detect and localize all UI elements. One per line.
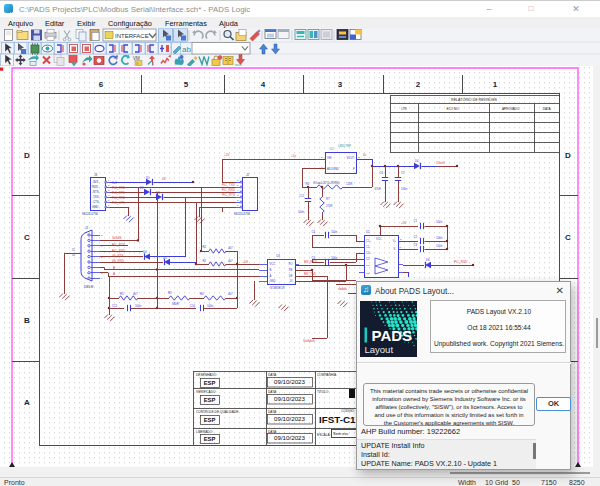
svg-text:4k7: 4k7 [133,292,138,296]
svg-text:5VxxS: 5VxxS [436,161,445,165]
svg-text:4: 4 [108,194,110,197]
svg-text:+5v: +5v [291,154,296,158]
svg-text:R3: R3 [168,291,172,295]
svg-text:R7: R7 [326,197,330,201]
svg-text:4k7: 4k7 [228,292,233,296]
svg-text:TITULO:: TITULO: [317,390,329,394]
svg-text:C1+: C1+ [366,239,371,243]
svg-text:2: 2 [237,199,239,202]
svg-text:-CTS: -CTS [92,200,99,204]
svg-text:D3: D3 [156,191,160,195]
svg-text:1: 1 [237,204,239,207]
svg-text:09/10/2023: 09/10/2023 [274,415,306,422]
svg-text:ADJ/GND: ADJ/GND [327,167,339,171]
svg-text:C5: C5 [311,256,315,260]
svg-text:C11: C11 [112,304,117,308]
svg-text:R5: R5 [120,292,124,296]
svg-text:5: 5 [101,234,103,237]
svg-text:D5: D5 [163,256,167,260]
svg-text:3atSdaS: 3atSdaS [303,339,315,343]
svg-text:D: D [565,151,571,160]
svg-text:100n: 100n [135,304,142,308]
svg-text:COMPANHIA:: COMPANHIA: [317,373,337,377]
svg-text:PiC_RTS: PiC_RTS [222,193,235,197]
svg-text:47uF: 47uF [375,187,382,191]
svg-text:D1: D1 [146,176,150,180]
svg-text:C2: C2 [413,235,417,239]
svg-text:CONTROLE DE QUALIDADE:: CONTROLE DE QUALIDADE: [196,410,239,414]
svg-text:09/10/2023: 09/10/2023 [274,395,306,402]
svg-text:-RTS: -RTS [92,190,99,194]
svg-text:DATA:: DATA: [268,390,277,394]
svg-text:120R: 120R [346,182,352,186]
svg-text:+5V: +5V [401,221,408,225]
svg-text:D: D [24,151,30,160]
svg-text:96120-0756: 96120-0756 [82,212,98,216]
svg-text:DE: DE [289,274,293,278]
svg-text:VCC: VCC [270,262,276,266]
svg-text:ECO NO.: ECO NO. [446,107,459,111]
svg-text:100n: 100n [331,256,338,260]
svg-text:4: 4 [237,189,239,192]
svg-text:J3: J3 [94,173,98,177]
svg-text:J2: J2 [246,173,250,177]
svg-text:B: B [113,266,115,270]
svg-text:1: 1 [493,80,498,89]
svg-text:ESCALA:: ESCALA: [317,433,331,437]
svg-text:V-: V- [394,247,397,251]
svg-text:VM: VM [133,56,140,61]
svg-text:680R: 680R [172,302,179,306]
svg-text:C2+: C2+ [366,251,371,255]
svg-text:ESP: ESP [204,380,216,386]
svg-text:D4: D4 [415,159,419,163]
svg-text:C10: C10 [190,304,196,308]
svg-text:VIN: VIN [327,156,332,160]
svg-text:INTERFACE: INTERFACE [115,33,149,39]
svg-text:100n: 100n [436,244,443,248]
svg-text:VOUT: VOUT [347,156,355,160]
svg-text:C6: C6 [379,171,383,175]
svg-text:4V: 4V [162,177,167,181]
svg-text:2: 2 [108,184,110,187]
svg-text:LM1117MP: LM1117MP [338,144,351,148]
svg-text:C2-: C2- [366,257,370,261]
svg-text:3v3t4S: 3v3t4S [112,236,122,240]
svg-text:+5V: +5V [242,260,249,264]
svg-text:ST485ECR: ST485ECR [270,286,285,290]
svg-text:C1: C1 [413,219,417,223]
svg-text:11: 11 [72,248,75,252]
svg-text:A: A [24,398,30,407]
svg-text:C12: C12 [299,194,304,198]
svg-text:B: B [24,316,30,325]
svg-text:A: A [113,272,116,276]
svg-text:100n: 100n [436,236,443,240]
svg-text:09/10/2023: 09/10/2023 [274,434,306,441]
svg-text:3: 3 [321,156,323,159]
svg-text:PiC_RXD: PiC_RXD [222,188,236,192]
svg-text:D2: D2 [140,186,144,190]
svg-text:PiC_RXD: PiC_RXD [454,260,468,264]
svg-text:100n: 100n [207,304,214,308]
svg-text:C4: C4 [311,230,315,234]
svg-text:Sem esc: Sem esc [333,431,349,436]
svg-text:ab: ab [182,45,191,54]
svg-text:5: 5 [108,199,110,202]
svg-text:MX_TxD: MX_TxD [304,272,317,276]
svg-text:U1: U1 [330,147,334,151]
svg-text:T2I: T2I [366,272,370,275]
svg-text:GND: GND [92,205,98,209]
svg-text:1: 1 [108,179,110,182]
svg-text:D4: D4 [143,250,147,254]
svg-text:4k7: 4k7 [228,246,233,250]
svg-text:R4: R4 [200,292,204,296]
svg-text:Layout: Layout [365,344,394,355]
svg-text:6: 6 [400,246,402,249]
svg-text:3: 3 [338,80,343,89]
svg-text:VCC: VCC [376,237,382,241]
svg-text:5: 5 [184,80,189,89]
svg-text:1: 1 [101,277,103,280]
svg-text:U2: U2 [366,230,370,234]
svg-text:LTR: LTR [401,107,407,111]
svg-text:6: 6 [108,204,110,207]
svg-text:B: B [270,268,272,272]
